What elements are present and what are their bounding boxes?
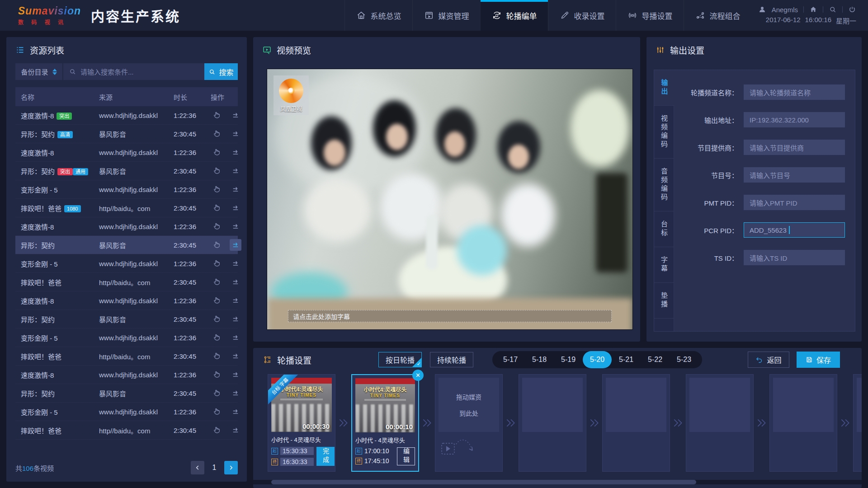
add-to-playlist-icon[interactable] [230, 221, 241, 232]
table-row[interactable]: 变形金刚 - 5 www.hdjhifjg.dsakkl 1:22:36 [15, 328, 238, 347]
back-button[interactable]: 返回 [748, 352, 789, 368]
add-to-playlist-icon[interactable] [230, 109, 241, 121]
add-to-playlist-icon[interactable] [230, 258, 241, 269]
horizontal-scrollbar[interactable] [253, 480, 862, 484]
search-input[interactable]: 请输入搜索条件... [63, 63, 204, 80]
preview-hand-icon[interactable] [211, 424, 222, 436]
field-input[interactable]: 请输入节目提供商 [744, 140, 845, 155]
add-to-playlist-icon[interactable] [230, 202, 241, 214]
table-row[interactable]: 摔跤吧！爸爸 http//baidu。com 2:30:45 [15, 421, 238, 440]
table-row[interactable]: 异形：契约 暴风影音 2:30:45 [15, 236, 238, 254]
table-row[interactable]: 异形：契约 暴风影音 2:30:45 [15, 310, 238, 328]
preview-hand-icon[interactable] [211, 146, 222, 158]
table-row[interactable]: 异形：契约 暴风影音 2:30:45 [15, 384, 238, 403]
preview-hand-icon[interactable] [211, 258, 222, 269]
nav-tab-媒资管理[interactable]: 媒资管理 [412, 0, 480, 31]
preview-hand-icon[interactable] [211, 221, 222, 232]
table-row[interactable]: 变形金刚 - 5 www.hdjhifjg.dsakkl 1:22:36 [15, 403, 238, 421]
nav-tab-轮播编单[interactable]: 轮播编单 [480, 0, 548, 31]
date-tab-5-17[interactable]: 5-17 [496, 351, 525, 368]
add-to-playlist-icon[interactable] [230, 424, 241, 436]
finish-card-button[interactable]: 完成 [316, 447, 335, 466]
add-to-playlist-icon[interactable] [230, 406, 241, 418]
table-row[interactable]: 变形金刚 - 5 www.hdjhifjg.dsakkl 1:22:36 [15, 180, 238, 199]
mode-button-持续轮播[interactable]: 持续轮播 [430, 352, 473, 367]
date-tab-5-19[interactable]: 5-19 [554, 351, 583, 368]
table-row[interactable]: 变形金刚 - 5 www.hdjhifjg.dsakkl 1:22:36 [15, 254, 238, 273]
add-to-playlist-icon[interactable] [230, 276, 241, 288]
end-time[interactable]: 16:30:33 [280, 458, 314, 466]
prev-page-button[interactable] [191, 461, 204, 474]
nav-tab-流程组合[interactable]: 流程组合 [684, 0, 751, 31]
table-row[interactable]: 速度激情-8 www.hdjhifjg.dsakkl 1:22:36 [15, 366, 238, 384]
output-tab-台标[interactable]: 台标 [654, 211, 674, 247]
save-button[interactable]: 保存 [797, 352, 840, 368]
table-row[interactable]: 异形：契约高清 暴风影音 2:30:45 [15, 125, 238, 143]
add-to-playlist-icon[interactable] [230, 332, 241, 343]
field-input[interactable]: 请输入PMT PID [744, 195, 845, 210]
date-tab-5-23[interactable]: 5-23 [670, 351, 698, 368]
next-page-button[interactable] [224, 461, 238, 474]
mode-button-按日轮播[interactable]: 按日轮播✓ [378, 352, 422, 367]
table-row[interactable]: 速度激情-8 www.hdjhifjg.dsakkl 1:22:36 [15, 143, 238, 162]
output-tab-输出[interactable]: 输出 [654, 70, 674, 106]
add-to-playlist-icon[interactable] [230, 128, 241, 140]
preview-hand-icon[interactable] [211, 369, 222, 380]
table-row[interactable]: 速度激情-8突出 www.hdjhifjg.dsakkl 1:22:36 [15, 106, 238, 125]
preview-hand-icon[interactable] [211, 239, 222, 251]
preview-hand-icon[interactable] [211, 128, 222, 140]
table-row[interactable]: 速度激情-8 www.hdjhifjg.dsakkl 1:22:36 [15, 217, 238, 236]
add-to-playlist-icon[interactable] [230, 313, 241, 325]
output-tab-字幕[interactable]: 字幕 [654, 247, 674, 283]
field-input[interactable]: ADD_55623 [744, 222, 845, 238]
directory-filter-select[interactable]: 备份目录 [15, 63, 62, 80]
table-row[interactable]: 摔跤吧！爸爸 http//baidu。com 2:30:45 [15, 273, 238, 291]
remove-card-button[interactable]: ✕ [412, 370, 424, 381]
nav-tab-收录设置[interactable]: 收录设置 [548, 0, 616, 31]
add-to-playlist-icon[interactable] [230, 295, 241, 306]
date-tab-5-20[interactable]: 5-20 [583, 351, 612, 368]
field-input[interactable]: 请输入节目号 [744, 167, 845, 183]
drop-slot[interactable]: 拖动媒资到此处 [435, 374, 503, 472]
add-to-playlist-icon[interactable] [230, 350, 241, 362]
table-row[interactable]: 异形：契约突出通用 暴风影音 2:30:45 [15, 162, 238, 180]
start-time[interactable]: 17:00:10 [364, 447, 389, 455]
preview-hand-icon[interactable] [211, 109, 222, 121]
output-tab-视频编码[interactable]: 视频编码 [654, 106, 674, 159]
field-input[interactable]: 请输入TS ID [744, 250, 845, 265]
add-to-playlist-icon[interactable] [230, 165, 241, 177]
output-tab-音频编码[interactable]: 音频编码 [654, 159, 674, 211]
nav-tab-导播设置[interactable]: 导播设置 [616, 0, 684, 31]
subtitle-add-strip[interactable]: 请点击此处添加字幕 [288, 310, 612, 322]
preview-hand-icon[interactable] [211, 313, 222, 325]
field-input[interactable]: 请输入轮播频道名称 [744, 84, 845, 100]
add-to-playlist-icon[interactable] [230, 369, 241, 380]
add-to-playlist-icon[interactable] [230, 387, 241, 399]
field-input[interactable]: IP:192.362.322.000 [744, 112, 845, 127]
nav-tab-系统总览[interactable]: 系统总览 [344, 0, 412, 31]
power-icon[interactable] [848, 5, 856, 14]
table-row[interactable]: 摔跤吧！爸爸1080 http//baidu。com 2:30:45 [15, 199, 238, 217]
preview-hand-icon[interactable] [211, 387, 222, 399]
output-tab-垫播[interactable]: 垫播 [654, 283, 674, 319]
add-to-playlist-icon[interactable] [230, 239, 241, 251]
date-tab-5-18[interactable]: 5-18 [525, 351, 554, 368]
preview-hand-icon[interactable] [211, 183, 222, 195]
edit-card-button[interactable]: 编辑 [397, 447, 415, 465]
preview-hand-icon[interactable] [211, 165, 222, 177]
preview-hand-icon[interactable] [211, 276, 222, 288]
home-shortcut-icon[interactable] [809, 5, 817, 14]
start-time[interactable]: 15:30:33 [280, 447, 314, 455]
end-time[interactable]: 17:45:10 [364, 457, 389, 465]
add-to-playlist-icon[interactable] [230, 146, 241, 158]
table-row[interactable]: 速度激情-8 www.hdjhifjg.dsakkl 1:22:36 [15, 291, 238, 310]
search-button[interactable]: 搜索 [204, 63, 238, 80]
table-row[interactable]: 摔跤吧！爸爸 http//baidu。com 2:30:45 [15, 347, 238, 366]
preview-hand-icon[interactable] [211, 406, 222, 418]
preview-hand-icon[interactable] [211, 202, 222, 214]
preview-hand-icon[interactable] [211, 350, 222, 362]
date-tab-5-22[interactable]: 5-22 [641, 351, 670, 368]
user-name[interactable]: Anegmls [772, 6, 798, 14]
preview-hand-icon[interactable] [211, 332, 222, 343]
search-shortcut-icon[interactable] [829, 5, 837, 14]
